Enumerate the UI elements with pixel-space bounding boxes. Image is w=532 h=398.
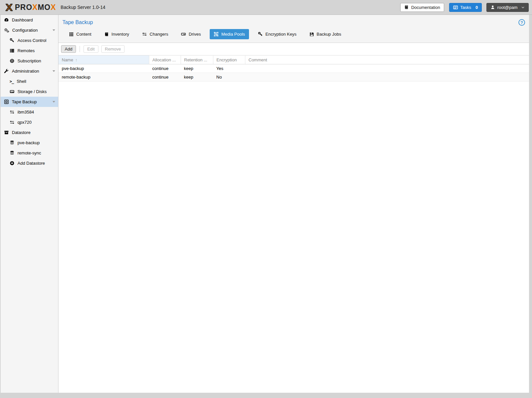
sidebar-item-access-control[interactable]: Access Control: [1, 35, 58, 46]
cell-name: pve-backup: [58, 64, 149, 73]
sidebar-item-datastore[interactable]: Datastore: [1, 127, 58, 138]
content-panel: Tape Backup ? Content Inventory: [58, 15, 529, 393]
chevron-down-icon: [521, 6, 525, 9]
tab-backup-jobs[interactable]: Backup Jobs: [305, 29, 345, 39]
hdd-icon: [10, 89, 15, 94]
tab-label: Media Pools: [221, 32, 245, 37]
exchange-icon: [10, 110, 15, 115]
grid-icon: [69, 32, 74, 37]
dashboard-icon: [4, 17, 9, 22]
column-header-allocation[interactable]: Allocation ...: [149, 55, 181, 64]
tab-content[interactable]: Content: [65, 29, 95, 39]
sidebar-item-label: Subscription: [18, 58, 41, 63]
sidebar-item-pve-backup[interactable]: pve-backup: [1, 138, 58, 148]
database-icon: [10, 140, 15, 145]
cell-comment: [245, 64, 529, 73]
sidebar-item-label: Configuration: [12, 28, 38, 33]
toolbar: Add Edit Remove: [58, 43, 529, 55]
column-header-retention[interactable]: Retention ...: [181, 55, 213, 64]
tab-label: Backup Jobs: [317, 32, 341, 37]
sidebar-item-label: Administration: [12, 69, 39, 74]
sidebar-item-label: Tape Backup: [12, 99, 37, 104]
logo-text: PROXMOX: [15, 4, 56, 11]
table-row[interactable]: pve-backup continue keep Yes: [58, 64, 529, 73]
key-icon: [10, 38, 15, 43]
page-title: Tape Backup: [62, 19, 93, 25]
wrench-icon: [4, 69, 9, 74]
proxmox-x-icon: [5, 3, 14, 12]
sidebar-item-label: pve-backup: [18, 140, 40, 145]
sidebar-item-add-datastore[interactable]: Add Datastore: [1, 158, 58, 168]
remove-button[interactable]: Remove: [101, 45, 124, 53]
edit-button[interactable]: Edit: [84, 45, 98, 53]
cell-encryption: Yes: [213, 64, 245, 73]
object-group-icon: [214, 32, 219, 37]
sidebar-item-configuration[interactable]: Configuration: [1, 25, 58, 35]
table-row[interactable]: remote-backup continue keep No: [58, 73, 529, 82]
tab-label: Inventory: [112, 32, 129, 37]
tab-encryption-keys[interactable]: Encryption Keys: [254, 29, 301, 39]
sidebar-item-qpx720[interactable]: qpx720: [1, 117, 58, 127]
collapse-arrow-icon[interactable]: [53, 70, 55, 72]
collapse-arrow-icon[interactable]: [53, 101, 55, 103]
sidebar-item-label: qpx720: [18, 120, 32, 125]
table-empty-area: [58, 82, 529, 393]
toolbar-separator: [80, 46, 80, 52]
terminal-icon: >_: [10, 79, 14, 84]
sidebar-item-label: Shell: [17, 79, 26, 84]
tape-icon: [4, 99, 9, 104]
user-menu-button[interactable]: root@pam: [486, 3, 529, 12]
exchange-icon: [142, 32, 147, 37]
sidebar-item-storage-disks[interactable]: Storage / Disks: [1, 86, 58, 97]
sidebar-item-label: ibm3584: [18, 110, 34, 115]
help-icon[interactable]: ?: [518, 19, 525, 26]
sidebar-item-ibm3584[interactable]: ibm3584: [1, 107, 58, 117]
tab-changers[interactable]: Changers: [138, 29, 172, 39]
sidebar-item-dashboard[interactable]: Dashboard: [1, 15, 58, 25]
sidebar: Dashboard Configuration Access Control R…: [1, 15, 58, 393]
sidebar-item-shell[interactable]: >_ Shell: [1, 76, 58, 86]
user-label: root@pam: [497, 5, 517, 10]
add-button[interactable]: Add: [61, 45, 76, 53]
documentation-button[interactable]: Documentation: [400, 3, 444, 12]
sidebar-item-label: Dashboard: [12, 17, 33, 22]
sidebar-item-label: Storage / Disks: [18, 89, 47, 94]
key-icon: [258, 32, 263, 37]
book-icon: [404, 5, 409, 10]
sidebar-item-remotes[interactable]: Remotes: [1, 46, 58, 56]
tab-bar: Content Inventory Changers: [58, 28, 529, 43]
tasks-count-badge: 0: [476, 5, 478, 10]
task-list-icon: [453, 5, 458, 10]
tab-label: Content: [76, 32, 91, 37]
cell-allocation: continue: [149, 73, 181, 82]
tasks-button[interactable]: Tasks 0: [449, 3, 482, 12]
gears-icon: [4, 28, 9, 33]
tab-drives[interactable]: Drives: [177, 29, 205, 39]
sidebar-item-label: Datastore: [12, 130, 30, 135]
drive-icon: [181, 32, 186, 37]
content-header: Tape Backup ? Content Inventory: [58, 15, 529, 43]
column-header-comment[interactable]: Comment: [245, 55, 529, 64]
cell-allocation: continue: [149, 64, 181, 73]
cell-retention: keep: [181, 73, 213, 82]
sidebar-item-tape-backup[interactable]: Tape Backup: [1, 97, 58, 107]
database-icon: [10, 150, 15, 155]
proxmox-logo: PROXMOX: [5, 3, 56, 12]
plus-circle-icon: [10, 161, 15, 166]
column-header-name[interactable]: Name↑: [58, 55, 149, 64]
sidebar-item-label: Remotes: [18, 48, 35, 53]
tab-label: Changers: [150, 32, 168, 37]
sidebar-item-remote-sync[interactable]: remote-sync: [1, 148, 58, 158]
sidebar-item-administration[interactable]: Administration: [1, 66, 58, 76]
cell-retention: keep: [181, 64, 213, 73]
tasks-label: Tasks: [460, 5, 471, 10]
support-icon: [10, 58, 15, 63]
column-header-encryption[interactable]: Encryption: [213, 55, 245, 64]
remotes-icon: [10, 48, 15, 53]
collapse-arrow-icon[interactable]: [53, 29, 55, 31]
archive-icon: [4, 130, 9, 135]
tab-media-pools[interactable]: Media Pools: [210, 29, 249, 39]
floppy-icon: [309, 32, 314, 37]
tab-inventory[interactable]: Inventory: [100, 29, 133, 39]
sidebar-item-subscription[interactable]: Subscription: [1, 56, 58, 66]
